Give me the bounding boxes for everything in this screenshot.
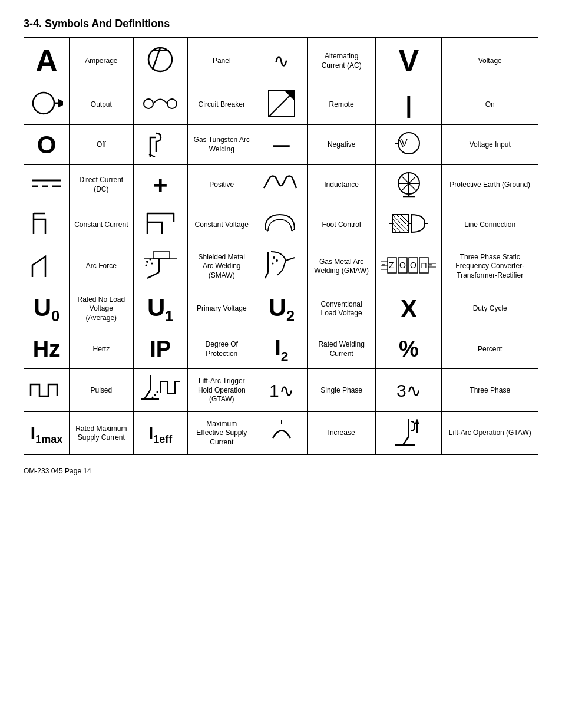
table-row: I1max Rated Maximum Supply Current I1eff… (24, 412, 538, 455)
label-percent: Percent (442, 330, 538, 369)
label-u1: Primary Voltage (187, 288, 256, 330)
label-off: Off (70, 125, 134, 165)
sym-amperage: A (24, 38, 70, 85)
svg-point-53 (149, 259, 151, 261)
sym-u0: U0 (24, 288, 70, 330)
sym-three-phase: 3∿ (376, 369, 442, 412)
svg-text:⊓: ⊓ (421, 261, 427, 270)
svg-line-43 (392, 223, 401, 232)
table-row: A Amperage Panel ∿ Alternating Current (… (24, 38, 538, 85)
label-gmaw: Gas Metal Arc Welding (GMAW) (307, 245, 376, 288)
sym-lift-arc-trigger (133, 369, 187, 412)
svg-line-61 (286, 258, 295, 261)
sym-gmaw (256, 245, 307, 288)
svg-point-58 (273, 256, 275, 259)
label-negative: Negative (307, 125, 376, 165)
sym-ac: ∿ (256, 38, 307, 85)
svg-line-51 (147, 272, 159, 278)
label-ip: Degree Of Protection (187, 330, 256, 369)
sym-ip: IP (133, 330, 187, 369)
table-row: O Off Gas Tungsten Arc Welding — Negativ… (24, 125, 538, 165)
label-inductance: Inductance (307, 165, 376, 205)
svg-point-81 (156, 391, 158, 393)
label-i2: Rated Welding Current (307, 330, 376, 369)
label-voltage: Voltage (442, 38, 538, 85)
label-x: Duty Cycle (442, 288, 538, 330)
svg-line-44 (392, 227, 396, 232)
sym-constant-voltage (133, 205, 187, 245)
svg-point-52 (146, 261, 148, 263)
label-remote: Remote (307, 85, 376, 125)
svg-point-60 (272, 263, 274, 265)
svg-rect-48 (153, 252, 170, 259)
label-u0: Rated No Load Voltage (Average) (70, 288, 134, 330)
svg-line-57 (265, 272, 268, 278)
svg-line-39 (392, 215, 409, 232)
sym-inductance (256, 165, 307, 205)
label-foot-control: Foot Control (307, 205, 376, 245)
sym-off: O (24, 125, 70, 165)
svg-point-80 (154, 394, 156, 396)
sym-voltage-input: V (376, 125, 442, 165)
symbols-table: A Amperage Panel ∿ Alternating Current (… (24, 37, 538, 455)
label-ac: Alternating Current (AC) (307, 38, 376, 85)
page-title: 3-4. Symbols And Definitions (24, 18, 538, 30)
svg-text:V: V (401, 138, 408, 148)
label-pulsed: Pulsed (70, 369, 134, 412)
label-hz: Hertz (70, 330, 134, 369)
table-row: Output Circuit Breaker Remote | (24, 85, 538, 125)
sym-output (24, 85, 70, 125)
label-lift-arc-op: Lift-Arc Operation (GTAW) (442, 412, 538, 455)
label-i1max: Rated Maximum Supply Current (70, 412, 134, 455)
label-circuit-breaker: Circuit Breaker (187, 85, 256, 125)
table-row: Hz Hertz IP Degree Of Protection I2 Rate… (24, 330, 538, 369)
svg-marker-88 (415, 419, 419, 424)
table-row: Arc Force Shielded Metal Arc Welding (SM… (24, 245, 538, 288)
label-u2: Conventional Load Voltage (307, 288, 376, 330)
sym-i1eff: I1eff (133, 412, 187, 455)
sym-x: X (376, 288, 442, 330)
svg-text:O: O (399, 261, 406, 270)
svg-point-8 (167, 99, 177, 108)
sym-i2: I2 (256, 330, 307, 369)
sym-line-connection (376, 205, 442, 245)
sym-positive: + (133, 165, 187, 205)
sym-u1: U1 (133, 288, 187, 330)
table-row: Constant Current Constant Voltage Fo (24, 205, 538, 245)
sym-increase (256, 412, 307, 455)
svg-marker-6 (59, 101, 62, 106)
sym-earth (376, 165, 442, 205)
label-arc-force: Arc Force (70, 245, 134, 288)
svg-point-59 (276, 259, 278, 262)
sym-remote (256, 85, 307, 125)
svg-text:O: O (410, 261, 416, 270)
label-output: Output (70, 85, 134, 125)
table-row: Direct Current (DC) + Positive Inductanc… (24, 165, 538, 205)
sym-i1max: I1max (24, 412, 70, 455)
label-single-phase: Single Phase (307, 369, 376, 412)
label-earth: Protective Earth (Ground) (442, 165, 538, 205)
sym-foot-control (256, 205, 307, 245)
sym-smaw (133, 245, 187, 288)
sym-lift-arc-op (376, 412, 442, 455)
svg-point-82 (151, 397, 153, 398)
sym-on: | (376, 85, 442, 125)
svg-text:Z: Z (389, 261, 394, 270)
svg-point-3 (33, 93, 54, 114)
svg-line-36 (265, 229, 268, 231)
sym-hz: Hz (24, 330, 70, 369)
sym-gtaw (133, 125, 187, 165)
svg-line-85 (403, 436, 409, 445)
label-constant-voltage: Constant Voltage (187, 205, 256, 245)
svg-point-54 (145, 265, 147, 266)
label-three-phase: Three Phase (442, 369, 538, 412)
label-line-connection: Line Connection (442, 205, 538, 245)
label-positive: Positive (187, 165, 256, 205)
label-smaw: Shielded Metal Arc Welding (SMAW) (187, 245, 256, 288)
label-amperage: Amperage (70, 38, 134, 85)
sym-constant-current (24, 205, 70, 245)
label-constant-current: Constant Current (70, 205, 134, 245)
label-i1eff: Maximum Effective Supply Current (187, 412, 256, 455)
sym-dc (24, 165, 70, 205)
sym-panel (133, 38, 187, 85)
